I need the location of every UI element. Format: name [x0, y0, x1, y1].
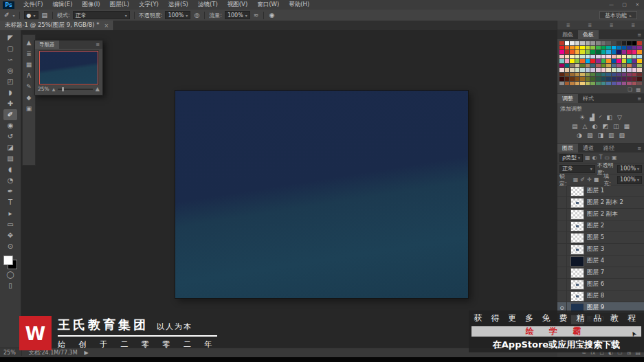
swatch-0-3[interactable]	[575, 41, 580, 45]
layer-row[interactable]: 图层 7	[557, 267, 644, 279]
navigator-panel-icon[interactable]: ▲	[27, 40, 32, 46]
layer-thumbnail[interactable]	[570, 280, 584, 290]
opacity-input[interactable]: 100%▾	[165, 11, 190, 19]
swatch-8-6[interactable]	[590, 77, 595, 81]
panel-menu-icon[interactable]: ≡	[637, 30, 644, 39]
healing-brush-tool-icon[interactable]: ✚	[3, 98, 17, 109]
black-white-icon[interactable]: ◐	[592, 123, 598, 131]
document-tab[interactable]: 未标题-1 @ 25%(图层 9, RGB/8) * ×	[0, 21, 114, 30]
screen-mode-icon[interactable]: ▯	[3, 280, 17, 291]
swatch-7-14[interactable]	[632, 73, 637, 77]
swatch-7-10[interactable]	[612, 73, 617, 77]
swatch-8-12[interactable]	[622, 77, 627, 81]
layer-thumbnail[interactable]	[570, 198, 584, 208]
swatch-5-6[interactable]	[590, 64, 595, 68]
layer-row[interactable]: 图层 1	[557, 185, 644, 197]
swatch-0-14[interactable]	[632, 41, 637, 45]
swatch-1-4[interactable]	[580, 46, 585, 50]
swatch-4-0[interactable]	[559, 59, 564, 63]
swatch-8-10[interactable]	[612, 77, 617, 81]
brush-tool-icon[interactable]: ✐	[3, 109, 17, 120]
layer-thumbnail[interactable]	[570, 233, 584, 243]
filter-pixel-icon[interactable]: ▦	[585, 155, 590, 161]
navigator-tab[interactable]: 导航器	[35, 41, 59, 49]
swatch-5-5[interactable]	[586, 64, 590, 68]
swatch-3-0[interactable]	[559, 55, 564, 59]
swatch-4-14[interactable]	[632, 59, 637, 63]
swatch-5-1[interactable]	[565, 64, 570, 68]
swatch-3-11[interactable]	[617, 55, 621, 59]
hue-saturation-icon[interactable]: ▤	[572, 123, 578, 131]
layers-tab-通道[interactable]: 通道	[578, 144, 599, 152]
swatch-5-3[interactable]	[575, 64, 580, 68]
gradient-map-icon[interactable]: ▥	[608, 132, 614, 139]
menu-图像(I)[interactable]: 图像(I)	[78, 1, 105, 9]
path-selection-tool-icon[interactable]: ▸	[3, 208, 17, 219]
close-button[interactable]: ✕	[631, 2, 644, 8]
swatch-3-1[interactable]	[565, 55, 570, 59]
swatch-8-11[interactable]	[617, 77, 621, 81]
promo-banner[interactable]: 绘 学 霸 ➤	[471, 326, 641, 337]
threshold-icon[interactable]: ◨	[597, 132, 603, 139]
foreground-color-chip[interactable]	[3, 256, 13, 265]
photo-filter-icon[interactable]: ◩	[602, 123, 608, 131]
swatch-9-1[interactable]	[565, 82, 570, 86]
invert-icon[interactable]: ◑	[577, 132, 582, 139]
swatch-1-1[interactable]	[565, 46, 570, 50]
swatch-7-8[interactable]	[601, 73, 606, 77]
swatch-2-4[interactable]	[580, 50, 585, 54]
swatch-2-3[interactable]	[575, 50, 580, 54]
swatch-5-12[interactable]	[622, 64, 627, 68]
tool-preset-chevron-icon[interactable]: ▾	[13, 13, 15, 18]
navigator-thumbnail[interactable]	[39, 51, 98, 84]
history-brush-tool-icon[interactable]: ↺	[3, 131, 17, 142]
layer-fill-input[interactable]: 100%▾	[617, 176, 642, 184]
swatch-6-9[interactable]	[606, 68, 611, 72]
quick-mask-icon[interactable]: ◯	[3, 269, 17, 280]
swatch-4-3[interactable]	[575, 59, 580, 63]
swatch-9-0[interactable]	[559, 82, 564, 86]
swatch-5-15[interactable]	[637, 64, 642, 68]
new-swatch-icon[interactable]: ❏	[628, 87, 632, 93]
panel-menu-icon[interactable]: ≡	[96, 42, 102, 47]
swatch-1-14[interactable]	[632, 46, 637, 50]
swatch-3-2[interactable]	[570, 55, 575, 59]
layer-row[interactable]: 图层 2 副本	[557, 209, 644, 220]
layer-visibility-toggle[interactable]	[557, 220, 567, 231]
swatch-8-5[interactable]	[586, 77, 590, 81]
swatch-2-12[interactable]	[622, 50, 627, 54]
swatch-4-11[interactable]	[617, 59, 621, 63]
swatch-2-2[interactable]	[570, 50, 575, 54]
pen-tool-icon[interactable]: ✒	[3, 186, 17, 197]
menu-文字(Y)[interactable]: 文字(Y)	[134, 1, 164, 9]
swatch-9-11[interactable]	[617, 82, 621, 86]
swatch-6-12[interactable]	[622, 68, 627, 72]
swatch-5-11[interactable]	[617, 64, 621, 68]
swatch-5-8[interactable]	[601, 64, 606, 68]
swatch-8-15[interactable]	[637, 77, 642, 81]
swatch-6-11[interactable]	[617, 68, 621, 72]
swatch-3-12[interactable]	[622, 55, 627, 59]
menu-滤镜(T)[interactable]: 滤镜(T)	[193, 1, 223, 9]
swatch-1-15[interactable]	[637, 46, 642, 50]
slider-thumb[interactable]	[62, 87, 64, 91]
swatch-2-5[interactable]	[586, 50, 590, 54]
lock-position-icon[interactable]: ✛	[587, 177, 592, 183]
swatch-7-9[interactable]	[606, 73, 611, 77]
layer-row[interactable]: 图层 6	[557, 279, 644, 291]
swatch-1-8[interactable]	[601, 46, 606, 50]
status-arrow-icon[interactable]: ▶	[85, 350, 89, 356]
swatch-3-15[interactable]	[637, 55, 642, 59]
swatch-0-2[interactable]	[570, 41, 575, 45]
swatch-9-5[interactable]	[586, 82, 590, 86]
swatch-4-10[interactable]	[612, 59, 617, 63]
swatch-4-1[interactable]	[565, 59, 570, 63]
swatch-7-5[interactable]	[586, 73, 590, 77]
layer-row[interactable]: 图层 8	[557, 291, 644, 302]
swatch-9-15[interactable]	[637, 82, 642, 86]
filter-shape-icon[interactable]: ▭	[605, 155, 610, 161]
layer-row[interactable]: 图层 2	[557, 220, 644, 232]
swatch-1-10[interactable]	[612, 46, 617, 50]
swatch-7-15[interactable]	[637, 73, 642, 77]
curves-icon[interactable]: ◜	[599, 114, 602, 122]
